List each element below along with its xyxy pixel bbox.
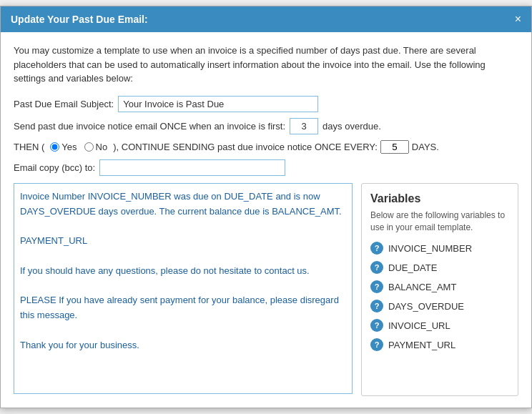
bcc-input[interactable] bbox=[99, 159, 285, 176]
email-body-area bbox=[14, 183, 353, 396]
variable-item: ? BALANCE_AMT bbox=[370, 280, 509, 293]
modal-header: Update Your Past Due Email: × bbox=[1, 6, 531, 32]
variable-item: ? DAYS_OVERDUE bbox=[370, 300, 509, 312]
variable-icon: ? bbox=[370, 319, 383, 332]
no-label-text: No bbox=[96, 142, 108, 152]
variable-item: ? INVOICE_NUMBER bbox=[370, 242, 509, 255]
bcc-label: Email copy (bcc) to: bbox=[14, 162, 95, 173]
variable-name: INVOICE_URL bbox=[388, 320, 450, 331]
variable-icon: ? bbox=[370, 300, 383, 312]
variable-name: DAYS_OVERDUE bbox=[388, 301, 464, 312]
variable-icon: ? bbox=[370, 280, 383, 293]
yes-radio-label[interactable]: Yes bbox=[50, 142, 77, 152]
subject-row: Past Due Email Subject: bbox=[14, 96, 518, 112]
variables-description: Below are the following variables to use… bbox=[370, 210, 509, 234]
subject-label: Past Due Email Subject: bbox=[14, 99, 114, 109]
variable-item: ? PAYMENT_URL bbox=[370, 338, 509, 351]
variable-name: INVOICE_NUMBER bbox=[388, 243, 472, 254]
email-body-textarea[interactable] bbox=[14, 183, 353, 394]
main-content: Variables Below are the following variab… bbox=[14, 183, 518, 396]
close-button[interactable]: × bbox=[515, 14, 521, 25]
every-days-label: DAYS. bbox=[412, 142, 439, 152]
variables-panel: Variables Below are the following variab… bbox=[361, 183, 518, 396]
yes-no-group: Yes No bbox=[50, 142, 107, 152]
modal-container: Update Your Past Due Email: × You may cu… bbox=[0, 6, 532, 408]
then-row: THEN ( Yes No ), CONTINUE SENDING past d… bbox=[14, 140, 518, 154]
variable-name: PAYMENT_URL bbox=[388, 340, 455, 350]
variable-icon: ? bbox=[370, 261, 383, 274]
then-label-after: ), CONTINUE SENDING past due invoice not… bbox=[113, 142, 378, 152]
modal-body: You may customize a template to use when… bbox=[1, 32, 531, 408]
variable-name: DUE_DATE bbox=[388, 262, 437, 273]
variables-title: Variables bbox=[370, 192, 509, 205]
bcc-row: Email copy (bcc) to: bbox=[14, 159, 518, 176]
then-label-before: THEN ( bbox=[14, 142, 44, 152]
every-days-input[interactable] bbox=[380, 140, 409, 154]
no-radio[interactable] bbox=[84, 142, 94, 152]
overdue-days-input[interactable] bbox=[290, 118, 318, 134]
description-text: You may customize a template to use when… bbox=[14, 44, 518, 86]
variable-item: ? DUE_DATE bbox=[370, 261, 509, 274]
modal-title: Update Your Past Due Email: bbox=[11, 14, 148, 25]
variables-list: ? INVOICE_NUMBER ? DUE_DATE ? BALANCE_AM… bbox=[370, 242, 509, 351]
yes-radio[interactable] bbox=[50, 142, 59, 152]
subject-input[interactable] bbox=[118, 96, 318, 112]
variable-icon: ? bbox=[370, 338, 383, 351]
variable-name: BALANCE_AMT bbox=[388, 282, 456, 292]
overdue-row: Send past due invoice notice email ONCE … bbox=[14, 118, 518, 134]
yes-label-text: Yes bbox=[61, 142, 77, 152]
variable-icon: ? bbox=[370, 242, 383, 255]
overdue-label-before: Send past due invoice notice email ONCE … bbox=[14, 121, 285, 132]
no-radio-label[interactable]: No bbox=[84, 142, 108, 152]
variable-item: ? INVOICE_URL bbox=[370, 319, 509, 332]
overdue-label-after: days overdue. bbox=[322, 121, 381, 132]
